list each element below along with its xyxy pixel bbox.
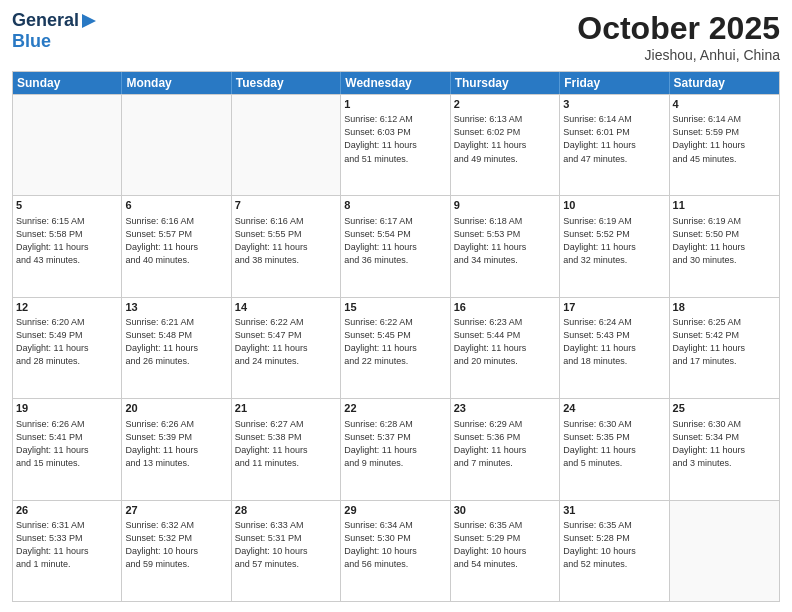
header: General Blue October 2025 Jieshou, Anhui… xyxy=(12,10,780,63)
table-row xyxy=(670,501,779,601)
table-row: 31Sunrise: 6:35 AM Sunset: 5:28 PM Dayli… xyxy=(560,501,669,601)
day-content: Sunrise: 6:14 AM Sunset: 6:01 PM Dayligh… xyxy=(563,113,665,165)
day-number: 26 xyxy=(16,503,118,518)
day-content: Sunrise: 6:21 AM Sunset: 5:48 PM Dayligh… xyxy=(125,316,227,368)
table-row: 24Sunrise: 6:30 AM Sunset: 5:35 PM Dayli… xyxy=(560,399,669,499)
svg-marker-0 xyxy=(82,14,96,28)
day-content: Sunrise: 6:27 AM Sunset: 5:38 PM Dayligh… xyxy=(235,418,337,470)
day-content: Sunrise: 6:20 AM Sunset: 5:49 PM Dayligh… xyxy=(16,316,118,368)
page-container: General Blue October 2025 Jieshou, Anhui… xyxy=(0,0,792,612)
logo-arrow-icon xyxy=(80,12,98,30)
table-row xyxy=(232,95,341,195)
day-content: Sunrise: 6:23 AM Sunset: 5:44 PM Dayligh… xyxy=(454,316,556,368)
calendar-header-row: SundayMondayTuesdayWednesdayThursdayFrid… xyxy=(13,72,779,94)
day-content: Sunrise: 6:19 AM Sunset: 5:52 PM Dayligh… xyxy=(563,215,665,267)
table-row: 11Sunrise: 6:19 AM Sunset: 5:50 PM Dayli… xyxy=(670,196,779,296)
day-content: Sunrise: 6:32 AM Sunset: 5:32 PM Dayligh… xyxy=(125,519,227,571)
day-number: 18 xyxy=(673,300,776,315)
day-number: 6 xyxy=(125,198,227,213)
table-row xyxy=(13,95,122,195)
table-row: 27Sunrise: 6:32 AM Sunset: 5:32 PM Dayli… xyxy=(122,501,231,601)
day-number: 19 xyxy=(16,401,118,416)
day-number: 13 xyxy=(125,300,227,315)
table-row: 17Sunrise: 6:24 AM Sunset: 5:43 PM Dayli… xyxy=(560,298,669,398)
table-row: 8Sunrise: 6:17 AM Sunset: 5:54 PM Daylig… xyxy=(341,196,450,296)
day-number: 9 xyxy=(454,198,556,213)
table-row: 26Sunrise: 6:31 AM Sunset: 5:33 PM Dayli… xyxy=(13,501,122,601)
day-content: Sunrise: 6:35 AM Sunset: 5:28 PM Dayligh… xyxy=(563,519,665,571)
day-content: Sunrise: 6:28 AM Sunset: 5:37 PM Dayligh… xyxy=(344,418,446,470)
table-row: 12Sunrise: 6:20 AM Sunset: 5:49 PM Dayli… xyxy=(13,298,122,398)
day-number: 25 xyxy=(673,401,776,416)
header-day-wednesday: Wednesday xyxy=(341,72,450,94)
calendar-week-4: 19Sunrise: 6:26 AM Sunset: 5:41 PM Dayli… xyxy=(13,398,779,499)
day-number: 8 xyxy=(344,198,446,213)
day-number: 5 xyxy=(16,198,118,213)
day-number: 20 xyxy=(125,401,227,416)
table-row: 14Sunrise: 6:22 AM Sunset: 5:47 PM Dayli… xyxy=(232,298,341,398)
day-content: Sunrise: 6:26 AM Sunset: 5:41 PM Dayligh… xyxy=(16,418,118,470)
logo-blue-text: Blue xyxy=(12,31,51,51)
table-row: 2Sunrise: 6:13 AM Sunset: 6:02 PM Daylig… xyxy=(451,95,560,195)
day-content: Sunrise: 6:30 AM Sunset: 5:35 PM Dayligh… xyxy=(563,418,665,470)
calendar: SundayMondayTuesdayWednesdayThursdayFrid… xyxy=(12,71,780,602)
day-number: 10 xyxy=(563,198,665,213)
header-day-sunday: Sunday xyxy=(13,72,122,94)
day-content: Sunrise: 6:26 AM Sunset: 5:39 PM Dayligh… xyxy=(125,418,227,470)
table-row: 25Sunrise: 6:30 AM Sunset: 5:34 PM Dayli… xyxy=(670,399,779,499)
day-content: Sunrise: 6:12 AM Sunset: 6:03 PM Dayligh… xyxy=(344,113,446,165)
day-number: 7 xyxy=(235,198,337,213)
day-number: 22 xyxy=(344,401,446,416)
day-content: Sunrise: 6:33 AM Sunset: 5:31 PM Dayligh… xyxy=(235,519,337,571)
header-day-friday: Friday xyxy=(560,72,669,94)
table-row: 28Sunrise: 6:33 AM Sunset: 5:31 PM Dayli… xyxy=(232,501,341,601)
table-row: 21Sunrise: 6:27 AM Sunset: 5:38 PM Dayli… xyxy=(232,399,341,499)
calendar-week-2: 5Sunrise: 6:15 AM Sunset: 5:58 PM Daylig… xyxy=(13,195,779,296)
calendar-week-1: 1Sunrise: 6:12 AM Sunset: 6:03 PM Daylig… xyxy=(13,94,779,195)
table-row: 29Sunrise: 6:34 AM Sunset: 5:30 PM Dayli… xyxy=(341,501,450,601)
day-content: Sunrise: 6:16 AM Sunset: 5:57 PM Dayligh… xyxy=(125,215,227,267)
day-content: Sunrise: 6:19 AM Sunset: 5:50 PM Dayligh… xyxy=(673,215,776,267)
location: Jieshou, Anhui, China xyxy=(577,47,780,63)
day-number: 29 xyxy=(344,503,446,518)
day-content: Sunrise: 6:24 AM Sunset: 5:43 PM Dayligh… xyxy=(563,316,665,368)
day-number: 16 xyxy=(454,300,556,315)
logo: General Blue xyxy=(12,10,98,52)
day-content: Sunrise: 6:13 AM Sunset: 6:02 PM Dayligh… xyxy=(454,113,556,165)
calendar-week-5: 26Sunrise: 6:31 AM Sunset: 5:33 PM Dayli… xyxy=(13,500,779,601)
table-row: 20Sunrise: 6:26 AM Sunset: 5:39 PM Dayli… xyxy=(122,399,231,499)
day-number: 14 xyxy=(235,300,337,315)
table-row: 5Sunrise: 6:15 AM Sunset: 5:58 PM Daylig… xyxy=(13,196,122,296)
day-number: 11 xyxy=(673,198,776,213)
day-number: 30 xyxy=(454,503,556,518)
header-day-saturday: Saturday xyxy=(670,72,779,94)
logo-general-text: General xyxy=(12,10,79,31)
day-content: Sunrise: 6:17 AM Sunset: 5:54 PM Dayligh… xyxy=(344,215,446,267)
day-content: Sunrise: 6:15 AM Sunset: 5:58 PM Dayligh… xyxy=(16,215,118,267)
day-number: 24 xyxy=(563,401,665,416)
table-row xyxy=(122,95,231,195)
day-content: Sunrise: 6:29 AM Sunset: 5:36 PM Dayligh… xyxy=(454,418,556,470)
day-content: Sunrise: 6:35 AM Sunset: 5:29 PM Dayligh… xyxy=(454,519,556,571)
day-content: Sunrise: 6:34 AM Sunset: 5:30 PM Dayligh… xyxy=(344,519,446,571)
day-content: Sunrise: 6:18 AM Sunset: 5:53 PM Dayligh… xyxy=(454,215,556,267)
day-number: 27 xyxy=(125,503,227,518)
day-number: 3 xyxy=(563,97,665,112)
table-row: 13Sunrise: 6:21 AM Sunset: 5:48 PM Dayli… xyxy=(122,298,231,398)
day-content: Sunrise: 6:22 AM Sunset: 5:45 PM Dayligh… xyxy=(344,316,446,368)
table-row: 10Sunrise: 6:19 AM Sunset: 5:52 PM Dayli… xyxy=(560,196,669,296)
day-number: 2 xyxy=(454,97,556,112)
day-number: 23 xyxy=(454,401,556,416)
table-row: 18Sunrise: 6:25 AM Sunset: 5:42 PM Dayli… xyxy=(670,298,779,398)
day-number: 4 xyxy=(673,97,776,112)
day-content: Sunrise: 6:14 AM Sunset: 5:59 PM Dayligh… xyxy=(673,113,776,165)
table-row: 9Sunrise: 6:18 AM Sunset: 5:53 PM Daylig… xyxy=(451,196,560,296)
day-number: 28 xyxy=(235,503,337,518)
day-content: Sunrise: 6:25 AM Sunset: 5:42 PM Dayligh… xyxy=(673,316,776,368)
day-content: Sunrise: 6:30 AM Sunset: 5:34 PM Dayligh… xyxy=(673,418,776,470)
day-number: 15 xyxy=(344,300,446,315)
table-row: 1Sunrise: 6:12 AM Sunset: 6:03 PM Daylig… xyxy=(341,95,450,195)
day-number: 31 xyxy=(563,503,665,518)
header-day-thursday: Thursday xyxy=(451,72,560,94)
day-number: 21 xyxy=(235,401,337,416)
